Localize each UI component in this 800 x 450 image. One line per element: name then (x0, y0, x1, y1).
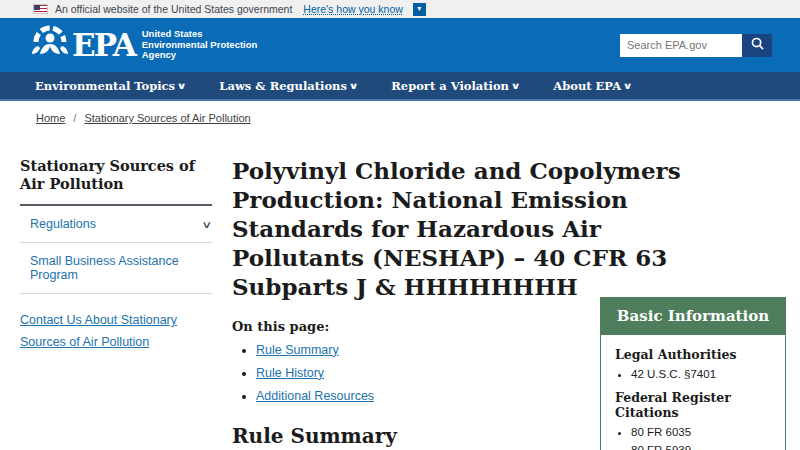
chevron-down-icon: ∨ (177, 81, 187, 91)
rule-history-link[interactable]: Rule History (256, 366, 324, 380)
federal-register-heading: Federal Register Citations (615, 390, 775, 420)
info-box-title: Basic Information (600, 297, 786, 335)
contact-us-link[interactable]: Contact Us About Stationary Sources of A… (20, 310, 212, 354)
chevron-down-icon: ∨ (348, 81, 358, 91)
chevron-down-icon: ∨ (511, 81, 521, 91)
primary-nav: Environmental Topics∨ Laws & Regulations… (0, 72, 800, 101)
sidebar-title: Stationary Sources of Air Pollution (20, 157, 212, 193)
page-title: Polyvinyl Chloride and Copolymers Produc… (232, 157, 734, 302)
sidebar-item-label: Small Business Assistance Program (30, 254, 210, 282)
epa-wordmark: EPA (72, 30, 135, 61)
nav-label: About EPA (553, 79, 621, 93)
banner-text: An official website of the United States… (55, 3, 292, 15)
gov-banner: An official website of the United States… (0, 0, 800, 18)
sidebar-menu: Regulations ∨ Small Business Assistance … (20, 206, 212, 294)
heres-how-you-know-link[interactable]: Here's how you know (303, 3, 402, 15)
sidebar-item-label: Regulations (30, 217, 96, 231)
chevron-down-icon: ▾ (417, 5, 421, 13)
chevron-down-icon: ∨ (623, 81, 633, 91)
nav-about-epa[interactable]: About EPA∨ (536, 79, 648, 93)
epa-tagline: United States Environmental Protection A… (142, 29, 258, 62)
search-icon (751, 37, 764, 53)
list-item: 80 FR 5939 (631, 444, 775, 450)
site-header: EPA United States Environmental Protecti… (0, 18, 800, 72)
list-item: 42 U.S.C. §7401 (631, 368, 775, 380)
nav-label: Report a Violation (391, 79, 509, 93)
sidebar-item-regulations[interactable]: Regulations ∨ (20, 206, 212, 243)
breadcrumb: Home / Stationary Sources of Air Polluti… (36, 112, 251, 124)
additional-resources-link[interactable]: Additional Resources (256, 389, 374, 403)
rule-summary-link[interactable]: Rule Summary (256, 343, 339, 357)
basic-information-box: Basic Information Legal Authorities 42 U… (600, 297, 786, 450)
nav-report-violation[interactable]: Report a Violation∨ (374, 79, 536, 93)
breadcrumb-separator: / (73, 112, 76, 124)
breadcrumb-current-link[interactable]: Stationary Sources of Air Pollution (84, 112, 250, 124)
legal-authorities-list: 42 U.S.C. §7401 (631, 368, 775, 380)
breadcrumb-home-link[interactable]: Home (36, 112, 65, 124)
sidebar: Stationary Sources of Air Pollution Regu… (20, 130, 212, 354)
federal-register-list: 80 FR 6035 80 FR 5939 77 FR 22847 (631, 426, 775, 450)
legal-authorities-heading: Legal Authorities (615, 347, 775, 362)
info-box-body: Legal Authorities 42 U.S.C. §7401 Federa… (600, 335, 786, 450)
nav-laws-regulations[interactable]: Laws & Regulations∨ (202, 79, 374, 93)
us-flag-icon (33, 4, 48, 14)
chevron-down-icon: ∨ (201, 219, 212, 230)
sidebar-item-small-business[interactable]: Small Business Assistance Program (20, 243, 212, 294)
banner-expand-button[interactable]: ▾ (413, 3, 426, 16)
list-item: 80 FR 6035 (631, 426, 775, 438)
nav-environmental-topics[interactable]: Environmental Topics∨ (18, 79, 202, 93)
tagline-line-1: United States (142, 29, 258, 40)
search-input[interactable] (620, 34, 742, 57)
epa-logo[interactable]: EPA United States Environmental Protecti… (30, 23, 257, 67)
epa-seal-icon (30, 23, 70, 67)
header-search (620, 34, 772, 57)
nav-label: Laws & Regulations (219, 79, 347, 93)
tagline-line-3: Agency (142, 50, 258, 61)
nav-label: Environmental Topics (35, 79, 175, 93)
search-button[interactable] (742, 34, 772, 57)
